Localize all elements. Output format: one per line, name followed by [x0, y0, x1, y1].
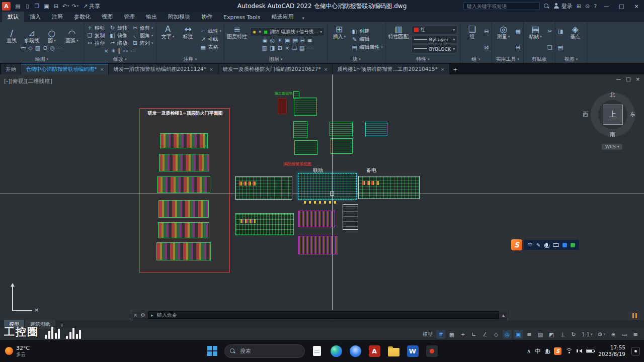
- help-search-input[interactable]: [463, 2, 540, 10]
- ribbon-tab-3[interactable]: 参数化: [68, 12, 96, 22]
- autocad-app-logo-icon[interactable]: A: [2, 2, 11, 11]
- ortho-mode-icon[interactable]: ∟: [469, 330, 478, 339]
- annotation-monitor-icon[interactable]: ⊕: [609, 330, 618, 339]
- cad-object-plan-green[interactable]: [331, 138, 353, 154]
- search-icon[interactable]: [544, 4, 549, 9]
- new-file-icon[interactable]: ▯: [23, 2, 32, 11]
- ribbon-tab-overflow-icon[interactable]: ▾: [299, 14, 308, 22]
- rotate-button[interactable]: ↻旋转: [109, 25, 127, 32]
- command-input[interactable]: [156, 312, 496, 318]
- dimension-button[interactable]: ↔标注: [179, 23, 197, 55]
- maximize-button[interactable]: □: [616, 1, 627, 11]
- rectangle-icon[interactable]: ▭: [21, 45, 26, 51]
- ribbon-tab-7[interactable]: 附加模块: [163, 12, 196, 22]
- viewcube-south-label[interactable]: 南: [610, 131, 615, 138]
- quick-select-icon[interactable]: ▦: [516, 28, 521, 35]
- wcs-menu[interactable]: WCS ▾: [602, 144, 622, 150]
- tray-expand-icon[interactable]: ∧: [527, 348, 531, 354]
- cad-object-plan-color[interactable]: [158, 222, 209, 238]
- sogou-logo-icon[interactable]: S: [511, 239, 522, 250]
- lineweight-icon[interactable]: ≡: [525, 330, 534, 339]
- ribbon-tab-5[interactable]: 管理: [118, 12, 140, 22]
- line-button[interactable]: ∕直线: [3, 27, 21, 44]
- customize-icon[interactable]: ≡: [631, 330, 640, 339]
- move-button[interactable]: +移动: [87, 25, 105, 32]
- viewcube-west-label[interactable]: 西: [583, 111, 588, 118]
- layer-freeze-icon[interactable]: ☀: [277, 37, 282, 44]
- close-tab-icon[interactable]: ×: [441, 67, 445, 72]
- layout-tab-模型[interactable]: 模型: [4, 320, 24, 329]
- circle-button[interactable]: ○圆▾: [43, 27, 61, 44]
- ime-chinese-icon[interactable]: 中: [528, 241, 533, 248]
- workspace-switching-icon[interactable]: ⚙▾: [596, 330, 607, 339]
- ribbon-tab-10[interactable]: 精选应用: [266, 12, 299, 22]
- table-button[interactable]: ▦表格: [200, 44, 222, 51]
- scale-button[interactable]: ▱缩放: [109, 40, 127, 47]
- layer-paste2-icon[interactable]: ▤: [299, 45, 304, 51]
- edit-block-button[interactable]: ✎编辑: [351, 36, 383, 43]
- ribbon-tab-4[interactable]: 视图: [96, 12, 118, 22]
- doc-minimize-button[interactable]: —: [616, 76, 621, 82]
- command-history-toggle[interactable]: ▴: [502, 312, 505, 318]
- ime-indicator-icon[interactable]: 中: [535, 347, 540, 355]
- edit-attributes-button[interactable]: ▤编辑属性▾: [351, 44, 383, 51]
- isolate-objects-icon[interactable]: ▭: [620, 330, 629, 339]
- hatch-icon[interactable]: ▨: [35, 45, 40, 51]
- pause-button[interactable]: [628, 311, 641, 320]
- file-tab-1[interactable]: 仓储中心消防报警联动编码图*×: [21, 64, 108, 74]
- browser-taskbar-icon[interactable]: [348, 344, 362, 358]
- snap-mode-icon[interactable]: ▦: [447, 330, 456, 339]
- panel-label-注释[interactable]: 注释▾: [159, 55, 222, 63]
- app-store-icon[interactable]: ⊞: [577, 3, 581, 10]
- toolbox-icon[interactable]: [571, 243, 575, 247]
- more-draw-icon[interactable]: ⋯: [57, 45, 63, 51]
- wifi-icon[interactable]: [566, 348, 573, 354]
- match-properties-button[interactable]: ▥特性匹配: [388, 23, 409, 55]
- help-icon[interactable]: ?: [594, 3, 597, 10]
- text-button[interactable]: A文字▾: [159, 23, 177, 55]
- group-button[interactable]: ❏组: [463, 23, 481, 55]
- panel-label-剪贴板[interactable]: 剪贴板: [526, 55, 552, 63]
- command-close-icon[interactable]: ×: [133, 312, 137, 318]
- cad-object-plan-color[interactable]: [157, 176, 210, 193]
- array-button[interactable]: ⊞阵列▾: [132, 40, 153, 47]
- linetype-select[interactable]: BYBLOCK▾: [412, 45, 458, 53]
- ellipse-icon[interactable]: ⊙: [43, 45, 47, 51]
- word-taskbar-icon[interactable]: W: [406, 344, 420, 358]
- object-snap-icon[interactable]: ▣: [514, 330, 523, 339]
- cad-object-plan-detail[interactable]: [358, 176, 420, 199]
- weather-widget[interactable]: 32°C 多云: [0, 345, 116, 357]
- cad-object-plan-color[interactable]: [159, 154, 209, 171]
- soft-keyboard-icon[interactable]: [553, 243, 559, 247]
- copy-clip-icon[interactable]: ❏: [547, 44, 552, 51]
- layer-more-icon[interactable]: ⋯: [307, 45, 312, 51]
- cad-object-plan-color[interactable]: [158, 200, 209, 218]
- layer-delete-icon[interactable]: ×: [285, 45, 289, 51]
- autodesk-account-icon[interactable]: ⊙: [585, 3, 590, 10]
- panel-label-组[interactable]: 组▾: [463, 55, 489, 63]
- layer-properties-button[interactable]: ≡图层特性: [227, 23, 247, 55]
- taskbar-search-input[interactable]: [239, 347, 299, 354]
- share-button[interactable]: ↗ 共享: [83, 3, 100, 10]
- layout-tab-建筑图纸[interactable]: 建筑图纸: [25, 320, 55, 329]
- model-space-button[interactable]: 模型: [421, 330, 434, 339]
- new-layout-button[interactable]: +: [56, 321, 67, 329]
- plot-icon[interactable]: ⊟: [51, 2, 61, 11]
- more-modify-icon[interactable]: ⋯: [130, 48, 136, 54]
- login-button[interactable]: 登录: [553, 3, 573, 10]
- close-tab-icon[interactable]: ×: [100, 67, 104, 72]
- transparency-icon[interactable]: ▨: [536, 330, 545, 339]
- microphone-icon[interactable]: [546, 349, 548, 353]
- cad-object-plan-green[interactable]: [294, 98, 317, 116]
- lineweight-select[interactable]: ByLayer▾: [412, 35, 458, 44]
- viewport-controls-label[interactable]: [-][俯视][二维线框]: [4, 77, 52, 85]
- cad-object-darkred[interactable]: [278, 98, 287, 114]
- group-edit-icon[interactable]: ⊠: [484, 44, 489, 51]
- file-tab-4[interactable]: 质检楼1~顶层消防报警...工图20210415*×: [333, 64, 449, 74]
- handwriting-icon[interactable]: ✎: [536, 242, 540, 248]
- file-tab-0[interactable]: 开始: [1, 64, 21, 74]
- ribbon-tab-2[interactable]: 注释: [46, 12, 68, 22]
- insert-block-button[interactable]: ⊞插入▾: [330, 23, 348, 55]
- ribbon-tab-0[interactable]: 默认: [2, 12, 24, 22]
- voice-input-icon[interactable]: [545, 243, 548, 247]
